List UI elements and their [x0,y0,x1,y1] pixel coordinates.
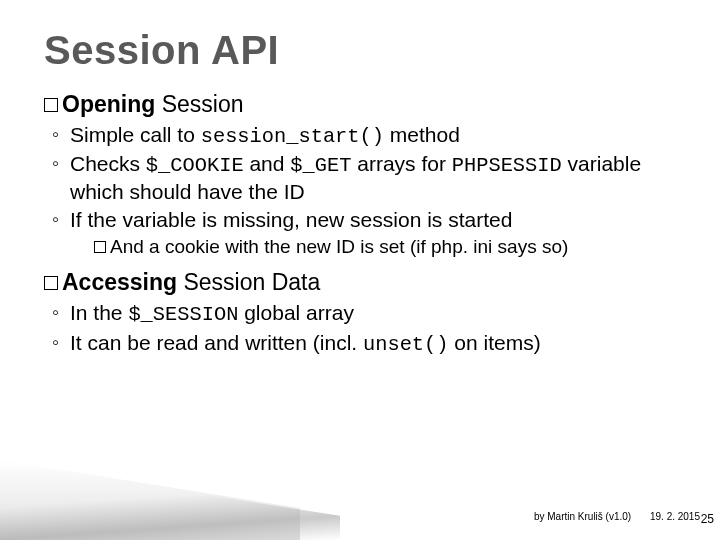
section-heading-opening: Opening Session [44,91,676,118]
page-number: 25 [701,512,714,526]
decorative-wedge [0,460,300,540]
bullet-list-opening: Simple call to session_start() method Ch… [44,122,676,259]
code-get: $_GET [290,154,351,177]
code-session-start: session_start() [201,125,384,148]
list-item: It can be read and written (incl. unset(… [70,330,676,357]
section-heading-accessing: Accessing Session Data [44,269,676,296]
list-item: In the $_SESSION global array [70,300,676,327]
code-unset: unset() [363,333,449,356]
footer: by Martin Kruliš (v1.0) 19. 2. 2015 [534,511,700,522]
square-bullet-icon [44,98,58,112]
sub-list-item: And a cookie with the new ID is set (if … [94,235,676,259]
code-cookie: $_COOKIE [146,154,244,177]
code-session-array: $_SESSION [128,303,238,326]
slide: Session API Opening Session Simple call … [0,0,720,540]
list-item: If the variable is missing, new session … [70,207,676,259]
sub-list: And a cookie with the new ID is set (if … [70,235,676,259]
list-item: Checks $_COOKIE and $_GET arrays for PHP… [70,151,676,205]
bullet-list-accessing: In the $_SESSION global array It can be … [44,300,676,357]
slide-title: Session API [44,28,676,73]
footer-date: 19. 2. 2015 [650,511,700,522]
code-phpsessid: PHPSESSID [452,154,562,177]
decorative-wedge [0,430,340,540]
square-bullet-icon [44,276,58,290]
square-bullet-icon [94,241,106,253]
list-item: Simple call to session_start() method [70,122,676,149]
footer-author: by Martin Kruliš (v1.0) [534,511,631,522]
